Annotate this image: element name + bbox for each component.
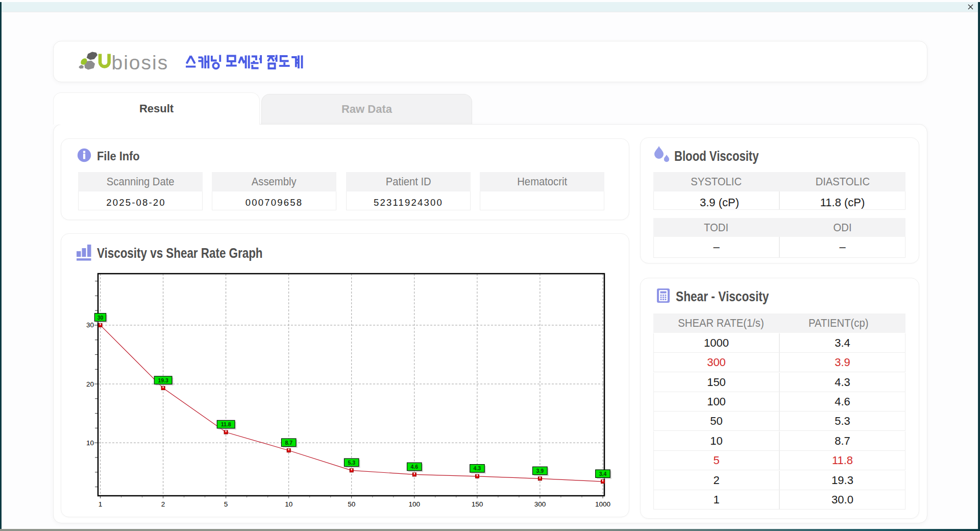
svg-text:100: 100 xyxy=(409,500,421,508)
svg-text:5: 5 xyxy=(224,500,228,508)
svg-text:30: 30 xyxy=(86,321,94,329)
svg-text:50: 50 xyxy=(348,500,355,508)
svg-text:1: 1 xyxy=(99,500,103,508)
svg-text:3.9: 3.9 xyxy=(536,468,544,474)
svg-text:20: 20 xyxy=(86,380,94,388)
svg-text:4.6: 4.6 xyxy=(410,464,418,470)
svg-text:1000: 1000 xyxy=(595,500,610,508)
svg-text:30: 30 xyxy=(97,315,104,321)
svg-text:3.4: 3.4 xyxy=(599,471,607,477)
svg-text:150: 150 xyxy=(472,500,483,508)
svg-text:4.3: 4.3 xyxy=(474,465,481,471)
svg-text:10: 10 xyxy=(86,439,94,447)
svg-text:10: 10 xyxy=(285,500,292,508)
svg-text:300: 300 xyxy=(534,500,546,508)
svg-text:biosis: biosis xyxy=(112,52,169,74)
svg-text:8.7: 8.7 xyxy=(285,440,292,446)
svg-text:2: 2 xyxy=(161,500,165,508)
svg-text:5.3: 5.3 xyxy=(348,460,355,466)
svg-text:11.8: 11.8 xyxy=(221,421,231,427)
svg-text:19.3: 19.3 xyxy=(158,377,168,383)
